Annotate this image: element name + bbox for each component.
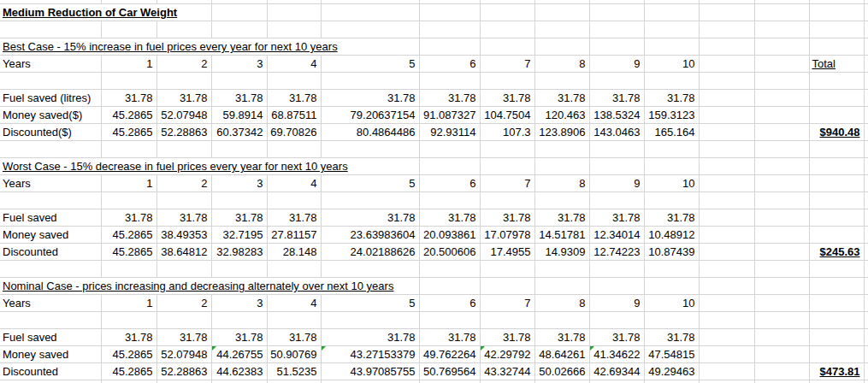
cell[interactable] [809, 73, 864, 90]
cell[interactable] [156, 312, 211, 329]
years-label-cell[interactable]: Years [0, 175, 101, 192]
cell[interactable] [699, 38, 754, 56]
cell[interactable] [699, 175, 754, 192]
cell[interactable] [699, 4, 754, 21]
value-cell[interactable]: 45.2865 [101, 346, 156, 363]
cell[interactable] [589, 192, 644, 209]
cell[interactable] [644, 141, 699, 158]
cell[interactable] [754, 90, 809, 107]
cell[interactable] [809, 261, 864, 278]
cell[interactable] [699, 363, 754, 380]
cell[interactable] [480, 21, 534, 38]
cell[interactable] [809, 107, 864, 124]
value-cell[interactable]: 31.78 [589, 209, 644, 227]
row-label-cell[interactable]: Money saved($) [0, 107, 101, 124]
cell[interactable] [321, 192, 419, 209]
value-cell[interactable]: 42.69344 [589, 363, 644, 380]
years-label-cell[interactable]: Years [0, 56, 101, 73]
row-label-cell[interactable]: Discounted [0, 244, 101, 261]
value-cell[interactable]: 68.87511 [267, 107, 321, 124]
cell[interactable] [480, 4, 534, 21]
cell[interactable] [754, 312, 809, 329]
year-cell[interactable]: 9 [589, 56, 644, 73]
cell[interactable] [809, 227, 864, 244]
cell[interactable] [267, 380, 321, 383]
cell[interactable] [644, 278, 699, 295]
cell[interactable] [0, 73, 101, 90]
value-cell[interactable]: 52.28863 [156, 363, 211, 380]
cell[interactable] [809, 278, 864, 295]
cell[interactable] [864, 158, 868, 175]
value-cell[interactable]: 50.90769 [267, 346, 321, 363]
row-label-cell[interactable]: Money saved [0, 346, 101, 363]
cell[interactable] [809, 158, 864, 175]
cell[interactable] [809, 380, 864, 383]
cell[interactable] [754, 278, 809, 295]
cell[interactable] [589, 261, 644, 278]
year-cell[interactable]: 4 [267, 295, 321, 312]
cell[interactable] [644, 261, 699, 278]
cell[interactable] [211, 21, 267, 38]
cell[interactable] [754, 329, 809, 346]
cell[interactable] [754, 21, 809, 38]
value-cell[interactable]: 12.34014 [589, 227, 644, 244]
value-cell[interactable]: 51.5235 [267, 363, 321, 380]
value-cell[interactable]: 31.78 [480, 329, 534, 346]
cell[interactable] [864, 380, 868, 383]
cell[interactable] [156, 261, 211, 278]
cell[interactable] [419, 21, 480, 38]
cell[interactable] [589, 312, 644, 329]
value-cell[interactable]: 38.49353 [156, 227, 211, 244]
cell[interactable] [419, 278, 480, 295]
value-cell[interactable]: 159.3123 [644, 107, 699, 124]
value-cell[interactable]: 42.29792 [480, 346, 534, 363]
cell[interactable] [534, 261, 589, 278]
value-cell[interactable]: 31.78 [589, 329, 644, 346]
cell[interactable] [809, 209, 864, 227]
cell[interactable] [754, 38, 809, 56]
cell[interactable] [211, 141, 267, 158]
value-cell[interactable]: 31.78 [211, 90, 267, 107]
year-cell[interactable]: 5 [321, 56, 419, 73]
cell[interactable] [156, 73, 211, 90]
value-cell[interactable]: 45.2865 [101, 363, 156, 380]
value-cell[interactable]: 43.97085755 [321, 363, 419, 380]
year-cell[interactable]: 1 [101, 56, 156, 73]
cell[interactable] [699, 329, 754, 346]
cell[interactable] [699, 124, 754, 141]
cell[interactable] [480, 38, 534, 56]
cell[interactable] [699, 346, 754, 363]
value-cell[interactable]: 43.32744 [480, 363, 534, 380]
cell[interactable] [156, 21, 211, 38]
value-cell[interactable]: 31.78 [589, 90, 644, 107]
value-cell[interactable]: 31.78 [321, 329, 419, 346]
years-label-cell[interactable]: Years [0, 295, 101, 312]
value-cell[interactable]: 32.7195 [211, 227, 267, 244]
cell[interactable] [0, 312, 101, 329]
cell[interactable] [699, 56, 754, 73]
cell[interactable] [699, 141, 754, 158]
value-cell[interactable]: 31.78 [211, 329, 267, 346]
cell[interactable] [321, 261, 419, 278]
cell[interactable] [754, 4, 809, 21]
year-cell[interactable]: 3 [211, 175, 267, 192]
cell[interactable] [534, 73, 589, 90]
cell[interactable] [644, 21, 699, 38]
value-cell[interactable]: 138.5324 [589, 107, 644, 124]
year-cell[interactable]: 8 [534, 175, 589, 192]
cell[interactable] [419, 192, 480, 209]
cell[interactable] [480, 380, 534, 383]
value-cell[interactable]: 31.78 [101, 209, 156, 227]
cell[interactable] [589, 38, 644, 56]
cell[interactable] [589, 278, 644, 295]
year-cell[interactable]: 7 [480, 175, 534, 192]
cell[interactable] [754, 141, 809, 158]
section-heading-cell-worst[interactable]: Worst Case - 15% decrease in fuel prices… [0, 158, 419, 175]
cell[interactable] [480, 261, 534, 278]
cell[interactable] [699, 158, 754, 175]
cell[interactable] [419, 261, 480, 278]
cell[interactable] [211, 73, 267, 90]
cell[interactable] [0, 380, 101, 383]
value-cell[interactable]: 69.70826 [267, 124, 321, 141]
year-cell[interactable]: 10 [644, 175, 699, 192]
